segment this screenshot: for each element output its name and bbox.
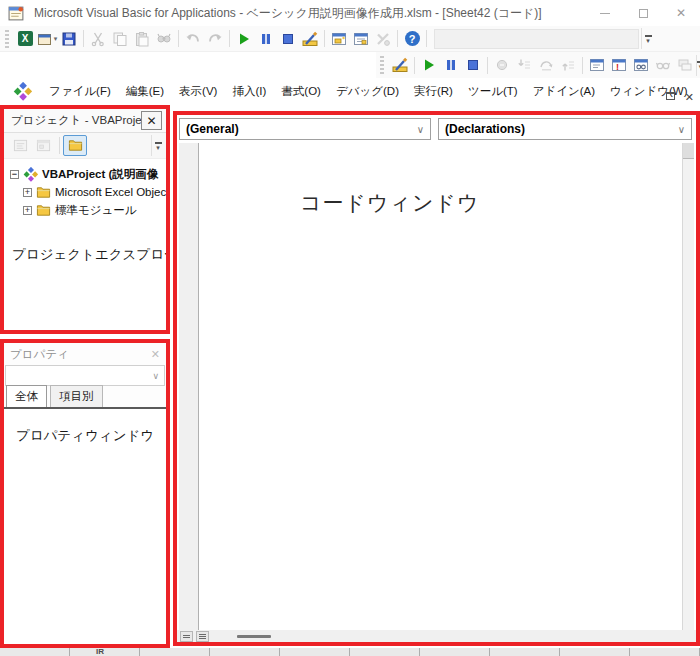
object-dropdown-value: (General) [186,122,239,136]
close-icon[interactable]: ✕ [151,348,160,361]
code-window-caption: コードウィンドウ [300,189,479,217]
menu-item-edit[interactable]: 編集(E) [123,81,167,102]
locals-window-icon[interactable]: ! [608,55,630,76]
code-editing-area[interactable]: コードウィンドウ [177,143,696,630]
close-icon[interactable]: ✕ [662,0,700,26]
separator [397,30,398,47]
drag-handle[interactable] [380,56,384,74]
tab-all[interactable]: 全体 [6,385,47,407]
step-into-icon[interactable] [513,55,535,76]
project-tree: −VBAProject (説明画像+Microsoft Excel Object… [4,159,166,219]
tab-category[interactable]: 項目別 [50,385,103,407]
project-explorer-panel: プロジェクト - VBAProject ✕ ▾ −VBAProject (説明画… [4,109,166,330]
reset-icon[interactable] [462,55,484,76]
toolbar-options-icon[interactable]: ▾ [151,135,164,156]
step-over-icon[interactable] [535,55,557,76]
procedure-dropdown[interactable]: (Declarations) ∨ [438,118,692,140]
vertical-scrollbar[interactable] [682,143,694,630]
chevron-down-icon: ∨ [678,124,685,135]
code-dropdown-row: (General) ∨ (Declarations) ∨ [177,115,696,141]
insert-userform-icon[interactable]: ▾ [36,28,58,49]
folder-icon [36,203,51,218]
properties-object-dropdown[interactable]: ∨ [5,365,165,386]
expand-icon[interactable]: + [23,206,32,215]
vbe-application-window: Microsoft Visual Basic for Applications … [0,0,700,656]
margin-indicator-bar [179,143,199,630]
menu-item-run[interactable]: 実行(R) [411,81,456,102]
reset-icon[interactable] [277,28,299,49]
menu-item-addins[interactable]: アドイン(A) [530,81,598,102]
project-panel-titlebar[interactable]: プロジェクト - VBAProject ✕ [4,109,166,133]
tree-item[interactable]: −VBAProject (説明画像 [4,165,166,183]
paste-icon[interactable] [131,28,153,49]
menu-item-insert[interactable]: 挿入(I) [229,81,269,102]
folder-icon [36,185,51,200]
excel-window-behind: IR [0,648,700,656]
tree-item-label: Microsoft Excel Objects [55,186,166,198]
project-panel-toolbar: ▾ [4,133,166,159]
undo-icon[interactable] [182,28,204,49]
view-code-icon[interactable] [10,137,30,154]
call-stack-icon[interactable] [674,55,696,76]
help-icon[interactable]: ? [401,28,423,49]
separator [178,30,179,47]
tree-item[interactable]: +Microsoft Excel Objects [4,183,166,201]
design-mode-icon[interactable] [389,55,411,76]
svg-text:!: ! [616,62,619,72]
run-icon[interactable] [233,28,255,49]
restore-icon[interactable] [666,92,675,100]
find-icon[interactable] [153,28,175,49]
chevron-down-icon: ∨ [417,124,424,135]
cut-icon[interactable] [87,28,109,49]
watch-window-icon[interactable] [630,55,652,76]
object-dropdown[interactable]: (General) ∨ [179,118,431,140]
redo-icon[interactable] [204,28,226,49]
drag-handle[interactable] [5,30,9,48]
toolbar-options-icon[interactable]: ▾ [641,28,654,49]
save-icon[interactable] [58,28,80,49]
toolbox-icon[interactable] [372,28,394,49]
tree-item[interactable]: +標準モジュール [4,201,166,219]
minimize-icon[interactable] [586,0,624,26]
close-icon[interactable]: ✕ [141,111,162,130]
menu-item-tools[interactable]: ツール(T) [465,81,521,102]
run-icon[interactable] [418,55,440,76]
view-excel-icon[interactable]: X [14,28,36,49]
toggle-folders-icon[interactable] [63,135,87,156]
position-indicator [434,29,639,49]
debug-toolbar: !▾ [376,52,700,78]
menu-item-view[interactable]: 表示(V) [176,81,220,102]
menu-bar: ファイル(F)編集(E)表示(V)挿入(I)書式(O)デバッグ(D)実行(R)ツ… [0,78,700,104]
break-icon[interactable] [440,55,462,76]
properties-tabs: 全体項目別 [4,386,166,409]
horizontal-scrollbar[interactable] [177,630,696,642]
step-out-icon[interactable] [557,55,579,76]
title-bar: Microsoft Visual Basic for Applications … [0,0,700,26]
separator [83,30,84,47]
menu-item-debug[interactable]: デバッグ(D) [333,81,402,102]
project-explorer-icon[interactable] [328,28,350,49]
toggle-breakpoint-icon[interactable] [491,55,513,76]
expand-icon[interactable]: + [23,188,32,197]
separator [59,137,60,154]
copy-icon[interactable] [109,28,131,49]
close-icon[interactable]: ✕ [685,92,694,102]
separator [582,57,583,74]
view-object-icon[interactable] [33,137,53,154]
quick-watch-icon[interactable] [652,55,674,76]
properties-panel-title: プロパティ [10,347,151,362]
properties-window-icon[interactable] [350,28,372,49]
toolbar-options-icon[interactable]: ▾ [696,55,700,76]
immediate-window-icon[interactable] [586,55,608,76]
menu-item-file[interactable]: ファイル(F) [46,81,114,102]
scrollbar-thumb[interactable] [237,635,271,638]
properties-panel-titlebar[interactable]: プロパティ ✕ [4,343,166,365]
menu-item-format[interactable]: 書式(O) [278,81,324,102]
break-icon[interactable] [255,28,277,49]
maximize-icon[interactable] [624,0,662,26]
procedure-view-button[interactable] [180,631,193,642]
design-mode-icon[interactable] [299,28,321,49]
collapse-icon[interactable]: − [10,170,19,179]
full-module-view-button[interactable] [196,631,209,642]
separator [229,30,230,47]
